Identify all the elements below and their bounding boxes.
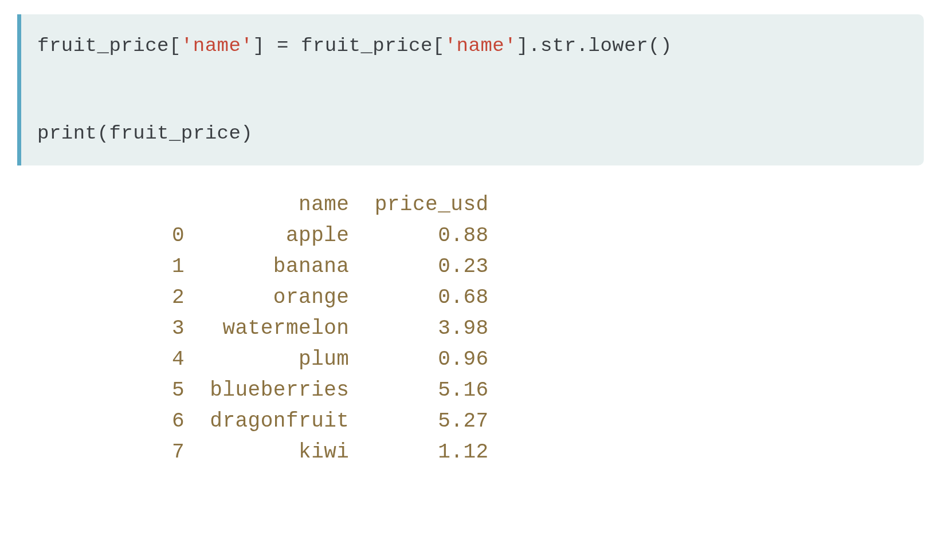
output-row: 5 blueberries 5.16: [172, 375, 941, 406]
output-row: 0 apple 0.88: [172, 220, 941, 251]
code-line-1: fruit_price['name'] = fruit_price['name'…: [37, 31, 908, 61]
output-row: 2 orange 0.68: [172, 282, 941, 313]
code-text: ] = fruit_price[: [253, 35, 444, 57]
output-header: name price_usd: [172, 190, 941, 220]
code-text: fruit_price[: [37, 35, 181, 57]
output-row: 7 kiwi 1.12: [172, 437, 941, 468]
code-block: fruit_price['name'] = fruit_price['name'…: [17, 14, 924, 165]
output-row: 4 plum 0.96: [172, 344, 941, 375]
string-literal: 'name': [445, 35, 516, 57]
code-line-blank: [37, 61, 908, 90]
output-row: 3 watermelon 3.98: [172, 313, 941, 344]
output-row: 6 dragonfruit 5.27: [172, 406, 941, 437]
output-row: 1 banana 0.23: [172, 251, 941, 282]
code-line-blank: [37, 90, 908, 119]
code-line-3: print(fruit_price): [37, 119, 908, 148]
code-text: ].str.lower(): [516, 35, 672, 57]
output-block: name price_usd 0 apple 0.88 1 banana 0.2…: [0, 190, 941, 468]
string-literal: 'name': [181, 35, 253, 57]
